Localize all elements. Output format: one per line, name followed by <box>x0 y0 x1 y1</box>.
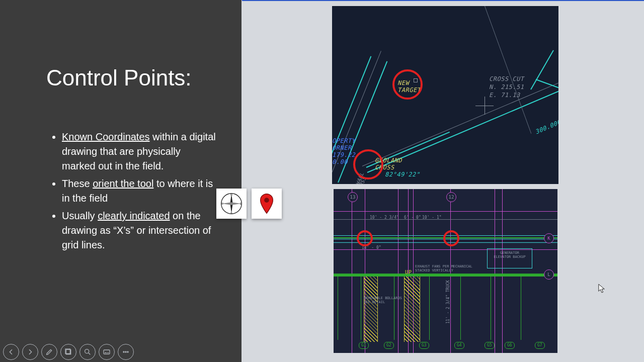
map-pin-icon <box>252 189 282 219</box>
dim-1: 10' - 2 3/4" <box>370 215 399 220</box>
note-bollards: REMOVABLE BOLLARDS SEE DETAIL <box>364 296 402 304</box>
next-button[interactable] <box>22 344 38 360</box>
previous-button[interactable] <box>3 344 19 360</box>
svg-rect-11 <box>104 350 110 354</box>
slide-left-panel: Control Points: Known Coordinates within… <box>0 0 242 362</box>
grid-node: 13 <box>348 192 358 202</box>
slide-title: Control Points: <box>46 65 192 90</box>
bullet-1: Known Coordinates within a digital drawi… <box>62 130 216 173</box>
svg-marker-2 <box>222 202 242 205</box>
cad-diagram-plan: UP 10' - 2 3/4" 6' - 0" 10' - 1" 14' - 0… <box>334 189 557 353</box>
dim-2: 6' - 0" <box>404 215 421 220</box>
generator-box: GENERATOR ELEVATOR BACKUP <box>487 248 532 268</box>
grid-node: L <box>544 269 554 280</box>
label-prop-4: 0.00 <box>332 158 348 165</box>
gridline-label: G1 <box>359 342 369 349</box>
svg-text:E: E <box>240 202 242 205</box>
label-cross-cut-n: N. 215.51 <box>489 83 524 90</box>
bullet-3: Usually clearly indicated on the drawing… <box>62 209 216 252</box>
presentation-toolbar <box>3 344 134 360</box>
gridline-label: G7 <box>535 342 545 349</box>
label-cross-cut: CROSS CUT <box>489 75 524 82</box>
compass-icon: N S W E <box>216 189 247 219</box>
dim-4: 11' - 2 3/4" TRUCK <box>446 280 450 324</box>
label-prop-2: ORNER <box>332 144 352 151</box>
svg-point-10 <box>85 349 89 353</box>
control-point-circle-1 <box>392 69 423 100</box>
control-point-circle-2 <box>353 149 383 179</box>
label-generator: GENERATOR <box>488 251 532 255</box>
bullet-1-underline: Known Coordinates <box>62 131 150 142</box>
gridline-label: G4 <box>454 342 464 349</box>
dim-3: 10' - 1" <box>422 215 442 220</box>
pen-button[interactable] <box>41 344 57 360</box>
bullet-3-pre: Usually <box>62 210 98 221</box>
gridline-label: G2 <box>384 342 394 349</box>
slide-bullets: Known Coordinates within a digital drawi… <box>53 130 216 255</box>
svg-point-12 <box>123 351 124 352</box>
grid-node: 12 <box>446 192 456 202</box>
label-cross-cut-e: E. 71.13 <box>489 92 520 99</box>
svg-point-14 <box>127 351 128 352</box>
gridline-label: G6 <box>505 342 515 349</box>
bullet-2-underline: orient the tool <box>93 178 153 189</box>
subtitles-button[interactable] <box>99 344 115 360</box>
svg-text:N: N <box>230 193 232 196</box>
label-bearing: 82°49'22" <box>385 171 420 178</box>
gridline-label: G5 <box>485 342 495 349</box>
bullet-2-pre: These <box>62 178 93 189</box>
more-button[interactable] <box>118 344 134 360</box>
bullet-2: These orient the tool to where it is in … <box>62 176 216 206</box>
bullet-3-underline: clearly indicated <box>98 210 170 221</box>
note-exhaust: EXHAUST FANS PER MECHANICAL STACKED VERT… <box>415 264 472 273</box>
zoom-button[interactable] <box>79 344 96 360</box>
control-point-circle-4 <box>443 230 459 246</box>
label-elevator-backup: ELEVATOR BACKUP <box>488 255 532 259</box>
svg-point-13 <box>125 351 126 352</box>
label-prop-1: OPERTY <box>332 137 355 144</box>
label-distance: 300.000' <box>534 117 558 135</box>
grid-node: K <box>544 233 554 243</box>
svg-point-7 <box>264 198 269 203</box>
sections-button[interactable] <box>60 344 76 360</box>
cad-diagram-survey: NEW TARGET CROSS CUT N. 215.51 E. 71.13 … <box>332 6 558 184</box>
label-prop-3: 179.22 <box>332 151 355 158</box>
label-up: UP <box>405 269 412 275</box>
svg-text:S: S <box>230 212 232 215</box>
svg-text:W: W <box>221 202 223 205</box>
gridline-label: G3 <box>419 342 429 349</box>
control-point-circle-3 <box>357 230 373 246</box>
